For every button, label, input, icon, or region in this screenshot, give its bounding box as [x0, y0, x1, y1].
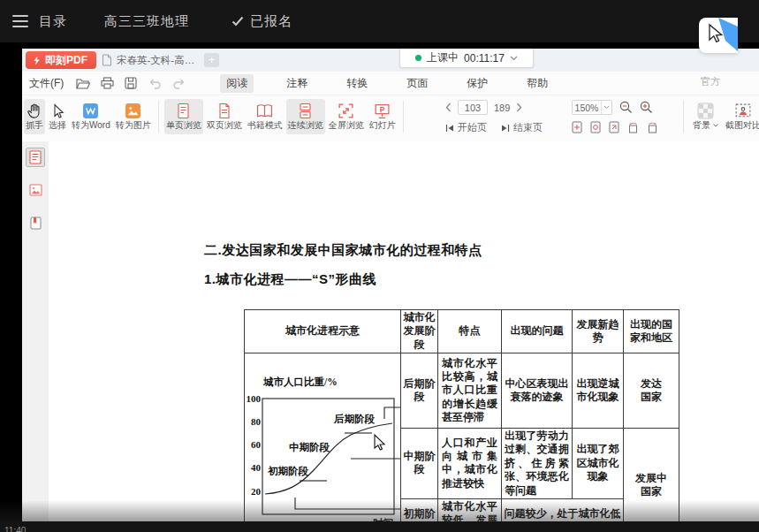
rotate-right-icon[interactable] — [647, 121, 658, 133]
fit-width-icon[interactable] — [590, 121, 601, 133]
word-icon — [82, 103, 99, 119]
undo-icon[interactable] — [148, 78, 162, 89]
svg-text:P: P — [380, 105, 385, 114]
go-start-page-button[interactable]: 开始页 — [445, 121, 487, 134]
background-button[interactable]: 背景 — [691, 99, 720, 134]
cell-stage: 中期阶段 — [401, 429, 438, 499]
cell-features: 城市化水平比较高，城市人口比重的增长趋缓甚至停滞 — [438, 353, 502, 429]
catalog-button[interactable]: 目录 — [39, 13, 67, 30]
zoom-level-value: 150% — [573, 103, 601, 113]
zoom-level-select[interactable]: 150% — [572, 100, 612, 115]
doc-heading-1: 二.发达国家和发展中国家城市化的过程和特点 — [204, 242, 482, 259]
hand-tool-button[interactable]: 抓手 — [24, 99, 45, 134]
col-header: 发展新趋势 — [573, 310, 624, 353]
cell-stage: 后期阶段 — [401, 353, 438, 429]
col-header: 特点 — [438, 310, 502, 353]
cell-trend: 出现逆城市化现象 — [573, 353, 624, 429]
urbanization-s-curve-chart: 城市人口比重/% 100 80 60 40 20 初期阶段 中期阶段 后期阶段 — [245, 353, 401, 521]
urbanization-table: 城市化进程示意 城市化发展阶段 特点 出现的问题 发展新趋势 出现的国家和地区 … — [244, 309, 679, 521]
zoom-out-icon[interactable] — [619, 101, 633, 114]
table-row: 城市人口比重/% 100 80 60 40 20 初期阶段 中期阶段 后期阶段 — [245, 353, 679, 429]
class-status-label: 上课中 — [427, 50, 459, 65]
stage-label-late: 后期阶段 — [333, 413, 376, 424]
select-tool-button[interactable]: 选择 — [47, 99, 68, 134]
background-checker-icon — [697, 103, 714, 119]
app-logo-icon — [32, 56, 42, 65]
enrolled-status: 已报名 — [231, 13, 292, 30]
y-tick: 60 — [251, 439, 262, 450]
book-mode-button[interactable]: 书籍模式 — [246, 99, 285, 134]
cell-problems: 出现了劳动力过剩、交通拥挤、住房紧张、环境恶化等问题 — [502, 429, 573, 499]
page-number-input[interactable] — [458, 100, 488, 115]
sidebar — [22, 141, 49, 521]
toolbar-separator — [158, 101, 159, 133]
go-end-page-button[interactable]: 结束页 — [501, 121, 543, 134]
document-tab[interactable]: 宋春英-文科-高考... × — [95, 50, 219, 70]
fit-page-icon[interactable] — [572, 121, 582, 133]
taskbar-clock: 11:40 — [4, 526, 26, 532]
hamburger-menu-icon[interactable] — [12, 15, 28, 27]
save-icon[interactable] — [125, 77, 137, 89]
new-tab-button[interactable]: + — [204, 53, 219, 67]
menu-protect[interactable]: 保护 — [460, 74, 494, 93]
document-page[interactable]: 二.发达国家和发展中国家城市化的过程和特点 1.城市化进程——“S”形曲线 城市… — [49, 141, 759, 521]
class-timer: 00:11:17 — [464, 52, 505, 65]
file-menu[interactable]: 文件(F) — [29, 76, 64, 91]
connector-late-stage — [384, 407, 401, 419]
thumbnails-icon — [29, 150, 42, 164]
skip-start-icon — [445, 124, 454, 133]
cell-features: 人口和产业向城市集中，城市化推进较快 — [438, 429, 502, 499]
double-page-view-button[interactable]: 双页浏览 — [205, 99, 244, 134]
widget-cursor-icon — [710, 25, 722, 42]
thumbnails-panel-button[interactable] — [26, 148, 45, 167]
floating-assistant-widget[interactable] — [699, 18, 738, 53]
prev-page-icon[interactable] — [445, 103, 452, 112]
fullscreen-view-button[interactable]: 全屏浏览 — [327, 99, 366, 134]
slideshow-button[interactable]: P 幻灯片 — [368, 99, 398, 134]
y-tick: 100 — [247, 393, 262, 404]
menu-read[interactable]: 阅读 — [220, 74, 254, 93]
skip-end-icon — [501, 124, 510, 133]
pdf-reader-window: 即刻PDF 宋春英-文科-高考... × + 上课中 00:11:17 文件(F… — [22, 49, 759, 521]
convert-word-button[interactable]: 转为Word — [70, 99, 112, 134]
next-page-icon[interactable] — [516, 103, 522, 112]
toolbar-separator — [683, 101, 684, 133]
rotate-left-icon[interactable] — [627, 121, 639, 133]
taskbar: 11:40 — [0, 521, 759, 532]
cell-region: 发展中国家 — [624, 429, 679, 521]
y-tick: 80 — [251, 416, 262, 427]
print-icon[interactable] — [101, 77, 114, 89]
images-panel-button[interactable] — [26, 180, 45, 200]
screenshot-compare-button[interactable]: 截图对比 — [724, 99, 759, 134]
document-icon — [102, 54, 112, 66]
menu-convert[interactable]: 转换 — [340, 74, 374, 93]
single-page-view-button[interactable]: 单页浏览 — [164, 99, 203, 134]
doc-heading-2: 1.城市化进程——“S”形曲线 — [204, 271, 376, 288]
class-status-box[interactable]: 上课中 00:11:17 — [399, 49, 534, 68]
col-header: 城市化发展阶段 — [401, 310, 438, 353]
stage-label-early: 初期阶段 — [267, 466, 309, 476]
live-dot-icon — [415, 55, 421, 61]
redo-icon[interactable] — [172, 78, 186, 89]
open-folder-icon[interactable] — [76, 78, 90, 89]
single-page-icon — [176, 103, 191, 119]
menu-help[interactable]: 帮助 — [520, 74, 554, 93]
zoom-dropdown-icon[interactable] — [601, 101, 611, 114]
menu-annotate[interactable]: 注释 — [280, 74, 314, 93]
app-logo-badge[interactable]: 即刻PDF — [26, 51, 96, 69]
connector-early-stage — [295, 498, 401, 509]
continuous-view-button[interactable]: 连续浏览 — [286, 99, 325, 134]
double-page-icon — [216, 103, 231, 119]
cell-problems-trend: 问题较少，处于城市化低水平时期 — [502, 498, 624, 521]
convert-image-button[interactable]: 转为图片 — [114, 99, 153, 134]
bookmarks-panel-button[interactable] — [26, 213, 45, 232]
zoom-in-icon[interactable] — [640, 101, 653, 114]
course-title: 高三三班地理 — [104, 13, 189, 30]
image-icon — [125, 103, 141, 119]
actual-size-icon[interactable] — [609, 121, 619, 133]
page-navigation: 189 开始页 结束页 — [445, 100, 565, 134]
menu-page[interactable]: 页面 — [400, 74, 434, 93]
col-header: 出现的问题 — [502, 310, 573, 353]
cell-problems: 中心区表现出衰落的迹象 — [502, 353, 573, 429]
y-tick: 20 — [251, 486, 262, 497]
